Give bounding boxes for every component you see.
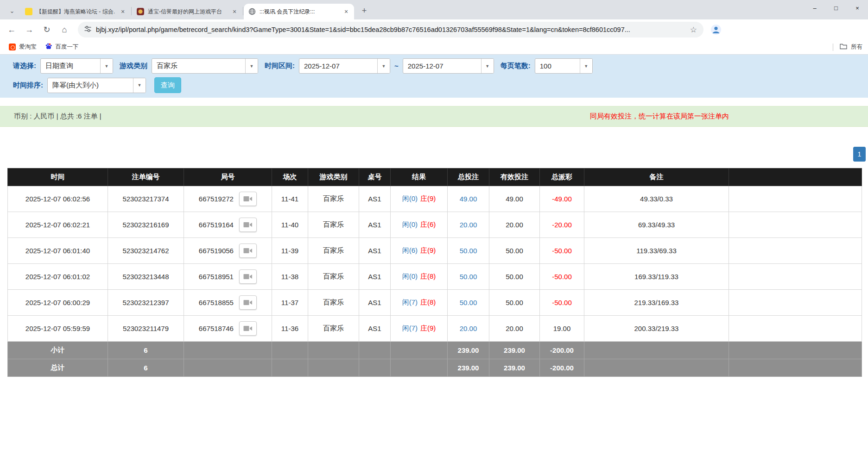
cell-total-bet: 49.00: [448, 186, 489, 212]
table-row: 2025-12-07 06:02:21 523023216169 6675191…: [8, 212, 862, 238]
chevron-down-icon[interactable]: ▼: [377, 59, 390, 73]
site-settings-icon[interactable]: [84, 25, 91, 34]
minimize-button[interactable]: –: [804, 0, 825, 16]
summary-info: 币别 : 人民币 | 总共 :6 注单 |: [14, 112, 101, 121]
cell-session: 11-40: [272, 212, 308, 238]
all-bookmarks-button[interactable]: 所有: [833, 43, 863, 51]
browser-tab-forum[interactable]: 【新提醒】海燕策略论坛 - 综合... ×: [20, 4, 131, 19]
profile-avatar[interactable]: [709, 23, 723, 37]
tongbao-favicon-icon: [137, 8, 144, 15]
cell-note: 219.33/169.33: [584, 290, 729, 316]
page-1-button[interactable]: 1: [853, 147, 866, 162]
chevron-down-icon[interactable]: ▼: [245, 59, 258, 73]
url-text[interactable]: bjbj.xyz/ipl/portal.php/game/betrecord_s…: [96, 26, 685, 33]
cell-game: 百家乐: [308, 212, 359, 238]
round-number: 667518746: [199, 325, 234, 332]
sort-label: 时间排序:: [13, 81, 43, 90]
video-replay-button[interactable]: [239, 269, 257, 284]
close-tab-icon[interactable]: ×: [342, 7, 350, 16]
sort-select[interactable]: 降幂(由大到小) ▼: [47, 78, 146, 93]
empty-cell: [584, 359, 729, 377]
empty-cell: [391, 359, 448, 377]
empty-cell: [729, 290, 862, 316]
tab-title: 通宝-信誉最好的网上游戏平台: [148, 8, 227, 16]
close-tab-icon[interactable]: ×: [119, 7, 127, 16]
reload-button[interactable]: ↻: [39, 22, 55, 37]
query-type-select[interactable]: 日期查询 ▼: [40, 58, 113, 74]
total-bet-link[interactable]: 49.00: [460, 195, 477, 203]
bookmark-label: 爱淘宝: [19, 43, 37, 51]
bookmark-star-icon[interactable]: ☆: [690, 25, 697, 35]
round-number: 667518855: [199, 299, 234, 306]
date-to-select[interactable]: 2025-12-07 ▼: [403, 58, 494, 74]
chevron-down-icon[interactable]: ▼: [580, 59, 592, 73]
round-number: 667518951: [199, 273, 234, 281]
header-bet-id: 注单编号: [108, 169, 184, 186]
table-row: 2025-12-07 06:02:56 523023217374 6675192…: [8, 186, 862, 212]
close-tab-icon[interactable]: ×: [230, 7, 239, 16]
game-type-group: 游戏类别 百家乐 ▼: [120, 58, 258, 74]
date-from-select[interactable]: 2025-12-07 ▼: [299, 58, 390, 74]
home-button[interactable]: ⌂: [57, 22, 72, 37]
video-replay-button[interactable]: [239, 192, 257, 206]
empty-cell: [729, 186, 862, 212]
all-bookmarks-label: 所有: [851, 43, 862, 51]
address-bar[interactable]: bjbj.xyz/ipl/portal.php/game/betrecord_s…: [78, 22, 703, 37]
total-bet-link[interactable]: 20.00: [460, 221, 477, 229]
video-replay-button[interactable]: [239, 218, 257, 232]
tab-search-button[interactable]: ⌄: [6, 4, 19, 17]
result-player: 闲(7): [402, 324, 418, 332]
total-bet-link[interactable]: 50.00: [460, 247, 477, 255]
empty-cell: [272, 342, 308, 359]
forward-button[interactable]: →: [21, 22, 37, 37]
game-type-select[interactable]: 百家乐 ▼: [152, 58, 258, 74]
filter-panel: 请选择: 日期查询 ▼ 游戏类别 百家乐 ▼ 时间区间: 2025-12-07 …: [0, 55, 868, 98]
chevron-down-icon[interactable]: ▼: [481, 59, 494, 73]
browser-tab-betrecord-active[interactable]: :::视讯 会员下注纪录::: ×: [244, 4, 354, 19]
filter-row-1: 请选择: 日期查询 ▼ 游戏类别 百家乐 ▼ 时间区间: 2025-12-07 …: [13, 58, 868, 74]
cell-table-no: AS1: [359, 316, 391, 342]
subtotal-total-bet: 239.00: [448, 342, 489, 359]
close-window-button[interactable]: ×: [847, 0, 868, 16]
query-button[interactable]: 查询: [154, 77, 181, 93]
new-tab-button[interactable]: +: [358, 4, 371, 17]
chevron-down-icon[interactable]: ▼: [100, 59, 113, 73]
empty-cell: [584, 342, 729, 359]
tab-title: 【新提醒】海燕策略论坛 - 综合...: [36, 8, 115, 16]
round-number: 667519272: [199, 195, 234, 203]
video-replay-button[interactable]: [239, 295, 257, 310]
video-replay-button[interactable]: [239, 321, 257, 336]
total-total-bet: 239.00: [448, 359, 489, 377]
cell-total-bet: 50.00: [448, 290, 489, 316]
cell-total-bet: 20.00: [448, 316, 489, 342]
sort-group: 时间排序: 降幂(由大到小) ▼: [13, 78, 146, 93]
total-bet-link[interactable]: 50.00: [460, 273, 477, 281]
header-table-no: 桌号: [359, 169, 391, 186]
total-bet-link[interactable]: 50.00: [460, 299, 477, 306]
query-type-value: 日期查询: [41, 59, 100, 73]
back-button[interactable]: ←: [4, 22, 19, 37]
header-game-type: 游戏类别: [308, 169, 359, 186]
result-banker: 庄(9): [420, 194, 436, 202]
bookmark-baidu[interactable]: 百度一下: [41, 42, 83, 53]
cell-table-no: AS1: [359, 290, 391, 316]
header-result: 结果: [391, 169, 448, 186]
total-bet-link[interactable]: 20.00: [460, 325, 477, 332]
cell-table-no: AS1: [359, 238, 391, 264]
browser-tab-tongbao[interactable]: 通宝-信誉最好的网上游戏平台 ×: [132, 4, 242, 19]
date-from-value: 2025-12-07: [299, 59, 377, 73]
header-empty: [729, 169, 862, 186]
cell-table-no: AS1: [359, 264, 391, 290]
cell-result: 闲(6)庄(9): [391, 238, 448, 264]
total-valid-bet: 239.00: [489, 359, 540, 377]
table-row: 2025-12-07 06:01:02 523023213448 6675189…: [8, 264, 862, 290]
video-replay-button[interactable]: [239, 244, 257, 258]
bookmark-aitaobao[interactable]: 爱淘宝: [5, 42, 41, 53]
maximize-button[interactable]: □: [825, 0, 847, 16]
empty-cell: [729, 359, 862, 377]
chevron-down-icon[interactable]: ▼: [133, 78, 146, 93]
cell-bet-id: 523023212397: [108, 290, 184, 316]
header-round: 局号: [184, 169, 272, 186]
page-size-select[interactable]: 100 ▼: [535, 58, 593, 74]
cell-valid-bet: 50.00: [489, 238, 540, 264]
